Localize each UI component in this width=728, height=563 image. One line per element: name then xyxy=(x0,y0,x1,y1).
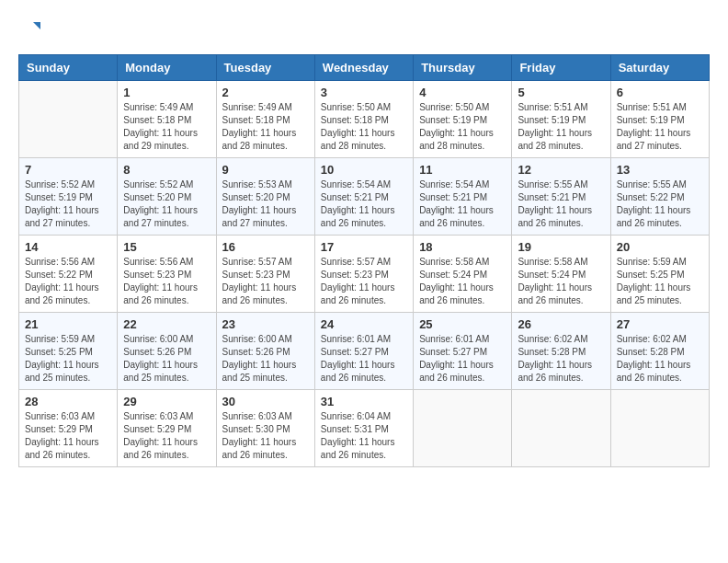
day-info: Sunrise: 6:01 AM Sunset: 5:27 PM Dayligh… xyxy=(419,333,506,385)
day-number: 9 xyxy=(222,163,309,177)
day-number: 1 xyxy=(123,86,210,99)
day-number: 31 xyxy=(321,395,407,408)
day-number: 13 xyxy=(617,163,703,177)
day-number: 8 xyxy=(123,163,210,177)
day-info: Sunrise: 5:54 AM Sunset: 5:21 PM Dayligh… xyxy=(321,178,407,230)
calendar-cell: 21Sunrise: 5:59 AM Sunset: 5:25 PM Dayli… xyxy=(19,312,118,389)
day-info: Sunrise: 5:54 AM Sunset: 5:21 PM Dayligh… xyxy=(419,178,506,230)
calendar-week-row: 14Sunrise: 5:56 AM Sunset: 5:22 PM Dayli… xyxy=(19,235,710,312)
calendar-cell: 1Sunrise: 5:49 AM Sunset: 5:18 PM Daylig… xyxy=(118,80,216,157)
calendar-cell: 10Sunrise: 5:54 AM Sunset: 5:21 PM Dayli… xyxy=(314,157,413,235)
calendar-cell: 2Sunrise: 5:49 AM Sunset: 5:18 PM Daylig… xyxy=(216,80,314,157)
calendar-week-row: 7Sunrise: 5:52 AM Sunset: 5:19 PM Daylig… xyxy=(19,157,710,235)
calendar-cell: 24Sunrise: 6:01 AM Sunset: 5:27 PM Dayli… xyxy=(314,312,413,389)
calendar-cell: 8Sunrise: 5:52 AM Sunset: 5:20 PM Daylig… xyxy=(118,157,216,235)
day-info: Sunrise: 5:58 AM Sunset: 5:24 PM Dayligh… xyxy=(419,256,506,307)
calendar-cell: 15Sunrise: 5:56 AM Sunset: 5:23 PM Dayli… xyxy=(118,235,216,312)
day-info: Sunrise: 5:58 AM Sunset: 5:24 PM Dayligh… xyxy=(518,256,604,307)
day-info: Sunrise: 6:03 AM Sunset: 5:29 PM Dayligh… xyxy=(123,410,210,462)
day-number: 26 xyxy=(518,317,604,331)
day-number: 7 xyxy=(25,163,111,177)
col-thursday: Thursday xyxy=(414,54,512,80)
calendar-cell: 3Sunrise: 5:50 AM Sunset: 5:18 PM Daylig… xyxy=(314,80,413,157)
calendar-cell: 22Sunrise: 6:00 AM Sunset: 5:26 PM Dayli… xyxy=(118,312,216,389)
calendar-cell: 23Sunrise: 6:00 AM Sunset: 5:26 PM Dayli… xyxy=(216,312,314,389)
calendar-table: Sunday Monday Tuesday Wednesday Thursday… xyxy=(18,54,710,467)
day-number: 3 xyxy=(321,86,407,99)
day-info: Sunrise: 5:52 AM Sunset: 5:20 PM Dayligh… xyxy=(123,178,210,230)
day-number: 30 xyxy=(222,395,309,408)
calendar-cell: 4Sunrise: 5:50 AM Sunset: 5:19 PM Daylig… xyxy=(414,80,512,157)
day-number: 28 xyxy=(25,395,111,408)
day-info: Sunrise: 5:57 AM Sunset: 5:23 PM Dayligh… xyxy=(321,256,407,307)
calendar-cell: 11Sunrise: 5:54 AM Sunset: 5:21 PM Dayli… xyxy=(414,157,512,235)
day-number: 23 xyxy=(222,317,309,331)
day-info: Sunrise: 6:00 AM Sunset: 5:26 PM Dayligh… xyxy=(123,333,210,385)
calendar-cell xyxy=(19,80,118,157)
col-friday: Friday xyxy=(512,54,610,80)
day-number: 27 xyxy=(617,317,703,331)
day-number: 10 xyxy=(321,163,407,177)
day-number: 5 xyxy=(518,86,604,99)
calendar-cell: 18Sunrise: 5:58 AM Sunset: 5:24 PM Dayli… xyxy=(414,235,512,312)
day-info: Sunrise: 6:02 AM Sunset: 5:28 PM Dayligh… xyxy=(617,333,703,385)
calendar-cell xyxy=(610,389,709,466)
calendar-cell xyxy=(512,389,610,466)
day-info: Sunrise: 6:01 AM Sunset: 5:27 PM Dayligh… xyxy=(321,333,407,385)
day-info: Sunrise: 5:49 AM Sunset: 5:18 PM Dayligh… xyxy=(222,101,309,153)
day-number: 14 xyxy=(25,240,111,254)
col-sunday: Sunday xyxy=(19,54,118,80)
day-info: Sunrise: 5:56 AM Sunset: 5:23 PM Dayligh… xyxy=(123,256,210,307)
logo xyxy=(18,18,42,45)
calendar-week-row: 21Sunrise: 5:59 AM Sunset: 5:25 PM Dayli… xyxy=(19,312,710,389)
day-info: Sunrise: 5:57 AM Sunset: 5:23 PM Dayligh… xyxy=(222,256,309,307)
calendar-cell xyxy=(414,389,512,466)
day-info: Sunrise: 5:49 AM Sunset: 5:18 PM Dayligh… xyxy=(123,101,210,153)
day-info: Sunrise: 5:52 AM Sunset: 5:19 PM Dayligh… xyxy=(25,178,111,230)
day-info: Sunrise: 5:50 AM Sunset: 5:18 PM Dayligh… xyxy=(321,101,407,153)
logo-icon xyxy=(20,18,42,40)
col-saturday: Saturday xyxy=(610,54,709,80)
day-number: 21 xyxy=(25,317,111,331)
day-number: 4 xyxy=(419,86,506,99)
calendar-cell: 28Sunrise: 6:03 AM Sunset: 5:29 PM Dayli… xyxy=(19,389,118,466)
calendar-week-row: 28Sunrise: 6:03 AM Sunset: 5:29 PM Dayli… xyxy=(19,389,710,466)
day-number: 24 xyxy=(321,317,407,331)
calendar-cell: 20Sunrise: 5:59 AM Sunset: 5:25 PM Dayli… xyxy=(610,235,709,312)
day-info: Sunrise: 5:56 AM Sunset: 5:22 PM Dayligh… xyxy=(25,256,111,307)
day-number: 15 xyxy=(123,240,210,254)
day-info: Sunrise: 6:03 AM Sunset: 5:30 PM Dayligh… xyxy=(222,410,309,462)
day-info: Sunrise: 5:59 AM Sunset: 5:25 PM Dayligh… xyxy=(25,333,111,385)
day-info: Sunrise: 5:55 AM Sunset: 5:21 PM Dayligh… xyxy=(518,178,604,230)
calendar-cell: 9Sunrise: 5:53 AM Sunset: 5:20 PM Daylig… xyxy=(216,157,314,235)
calendar-cell: 17Sunrise: 5:57 AM Sunset: 5:23 PM Dayli… xyxy=(314,235,413,312)
col-wednesday: Wednesday xyxy=(314,54,413,80)
calendar-body: 1Sunrise: 5:49 AM Sunset: 5:18 PM Daylig… xyxy=(19,80,710,466)
calendar-cell: 29Sunrise: 6:03 AM Sunset: 5:29 PM Dayli… xyxy=(118,389,216,466)
day-number: 29 xyxy=(123,395,210,408)
calendar-cell: 7Sunrise: 5:52 AM Sunset: 5:19 PM Daylig… xyxy=(19,157,118,235)
day-info: Sunrise: 5:53 AM Sunset: 5:20 PM Dayligh… xyxy=(222,178,309,230)
calendar-cell: 31Sunrise: 6:04 AM Sunset: 5:31 PM Dayli… xyxy=(314,389,413,466)
day-number: 16 xyxy=(222,240,309,254)
calendar-header-row: Sunday Monday Tuesday Wednesday Thursday… xyxy=(19,54,710,80)
calendar-cell: 25Sunrise: 6:01 AM Sunset: 5:27 PM Dayli… xyxy=(414,312,512,389)
day-number: 2 xyxy=(222,86,309,99)
day-info: Sunrise: 5:51 AM Sunset: 5:19 PM Dayligh… xyxy=(617,101,703,153)
calendar-cell: 5Sunrise: 5:51 AM Sunset: 5:19 PM Daylig… xyxy=(512,80,610,157)
calendar-cell: 6Sunrise: 5:51 AM Sunset: 5:19 PM Daylig… xyxy=(610,80,709,157)
day-info: Sunrise: 6:04 AM Sunset: 5:31 PM Dayligh… xyxy=(321,410,407,462)
day-number: 17 xyxy=(321,240,407,254)
day-number: 18 xyxy=(419,240,506,254)
day-number: 6 xyxy=(617,86,703,99)
calendar-cell: 14Sunrise: 5:56 AM Sunset: 5:22 PM Dayli… xyxy=(19,235,118,312)
calendar-week-row: 1Sunrise: 5:49 AM Sunset: 5:18 PM Daylig… xyxy=(19,80,710,157)
calendar-cell: 27Sunrise: 6:02 AM Sunset: 5:28 PM Dayli… xyxy=(610,312,709,389)
day-info: Sunrise: 5:59 AM Sunset: 5:25 PM Dayligh… xyxy=(617,256,703,307)
day-info: Sunrise: 6:02 AM Sunset: 5:28 PM Dayligh… xyxy=(518,333,604,385)
svg-marker-0 xyxy=(33,22,40,29)
day-number: 20 xyxy=(617,240,703,254)
calendar-cell: 19Sunrise: 5:58 AM Sunset: 5:24 PM Dayli… xyxy=(512,235,610,312)
page-header xyxy=(18,18,710,45)
calendar-cell: 16Sunrise: 5:57 AM Sunset: 5:23 PM Dayli… xyxy=(216,235,314,312)
